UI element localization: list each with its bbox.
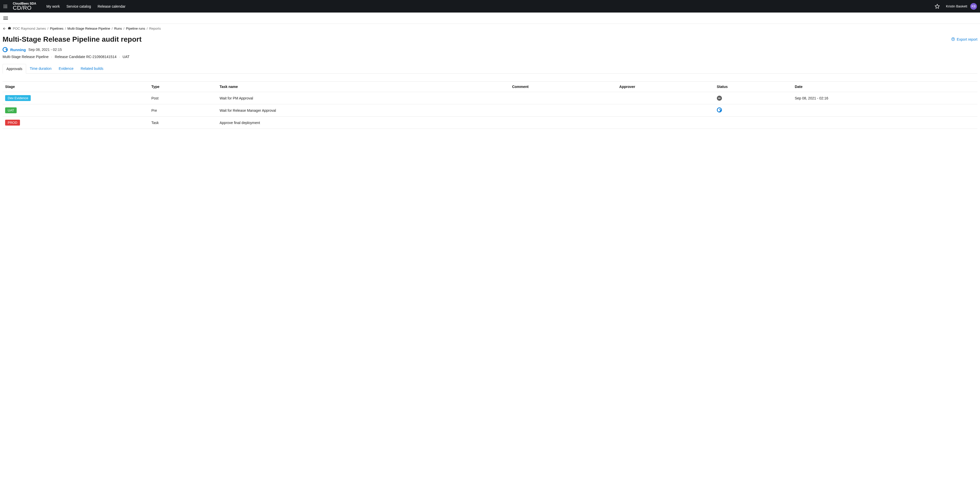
export-report-label: Export report — [957, 37, 977, 41]
tabs: Approvals Time duration Evidence Related… — [3, 64, 977, 74]
cell-task-name: Wait for PM Approval — [217, 92, 509, 104]
breadcrumb: POC Raymond James / Pipelines / Multi-St… — [0, 24, 980, 31]
col-date: Date — [792, 82, 977, 92]
user-name[interactable]: Kristin Baskett — [946, 4, 967, 8]
cell-task-name: Approve final deployment — [217, 117, 509, 129]
cell-approver — [617, 104, 714, 117]
cell-type: Task — [149, 117, 217, 129]
breadcrumb-current: Reports — [149, 27, 161, 30]
breadcrumb-pipeline-name[interactable]: Multi-Stage Release Pipeline — [67, 27, 110, 30]
export-report-button[interactable]: Export report — [951, 37, 977, 42]
avatar[interactable]: KB — [970, 3, 977, 10]
cell-approver — [617, 117, 714, 129]
cell-status — [714, 104, 792, 117]
brand-bottom: CD/RO — [13, 5, 36, 11]
col-taskname: Task name — [217, 82, 509, 92]
svg-point-2 — [6, 5, 7, 5]
cell-status — [714, 117, 792, 129]
cell-status — [714, 92, 792, 104]
stage-badge: PROD — [5, 120, 20, 125]
table-row: Dev EvidencePostWait for PM ApprovalSep … — [3, 92, 977, 104]
svg-rect-10 — [3, 17, 8, 17]
svg-point-5 — [6, 6, 7, 6]
cell-type: Pre — [149, 104, 217, 117]
col-stage: Stage — [3, 82, 149, 92]
nav-release-calendar[interactable]: Release calendar — [97, 4, 126, 8]
col-comment: Comment — [509, 82, 617, 92]
top-header: CloudBees SDA CD/RO My work Service cata… — [0, 0, 980, 13]
svg-point-1 — [5, 5, 6, 5]
breadcrumb-pipeline-runs[interactable]: Pipeline runs — [126, 27, 145, 30]
cell-date — [792, 117, 977, 129]
approvals-table: Stage Type Task name Comment Approver St… — [3, 81, 977, 129]
breadcrumb-project[interactable]: POC Raymond James — [13, 27, 46, 30]
brand[interactable]: CloudBees SDA CD/RO — [13, 2, 36, 11]
svg-point-8 — [6, 7, 7, 8]
tab-related-builds[interactable]: Related builds — [77, 64, 107, 73]
svg-point-7 — [5, 7, 6, 8]
svg-rect-12 — [3, 19, 8, 20]
stage-badge: UAT — [5, 108, 17, 113]
cell-date: Sep 08, 2021 - 02:16 — [792, 92, 977, 104]
star-icon[interactable] — [935, 4, 940, 9]
cell-type: Post — [149, 92, 217, 104]
cell-date — [792, 104, 977, 117]
col-type: Type — [149, 82, 217, 92]
nav-links: My work Service catalog Release calendar — [46, 4, 126, 8]
svg-point-0 — [3, 5, 4, 5]
hamburger-icon[interactable] — [3, 15, 9, 21]
sub-info: Multi-Stage Release Pipeline · Release C… — [3, 55, 977, 59]
page-content: Multi-Stage Release Pipeline audit repor… — [0, 31, 980, 132]
svg-marker-9 — [935, 4, 940, 8]
sub-pipeline: Multi-Stage Release Pipeline — [3, 55, 49, 59]
second-bar — [0, 13, 980, 24]
status-label: Running — [10, 48, 26, 52]
nav-my-work[interactable]: My work — [46, 4, 60, 8]
svg-point-4 — [5, 6, 6, 6]
cell-task-name: Wait for Release Manager Approval — [217, 104, 509, 117]
col-approver: Approver — [617, 82, 714, 92]
tab-approvals[interactable]: Approvals — [3, 64, 26, 74]
running-status-icon — [717, 108, 722, 113]
skip-status-icon — [717, 96, 722, 101]
status-row: Running Sep 08, 2021 - 02:15 — [3, 47, 977, 52]
col-status: Status — [714, 82, 792, 92]
table-row: UATPreWait for Release Manager Approval — [3, 104, 977, 117]
cell-comment — [509, 104, 617, 117]
tab-evidence[interactable]: Evidence — [55, 64, 77, 73]
breadcrumb-pipelines[interactable]: Pipelines — [50, 27, 64, 30]
apps-grid-icon[interactable] — [3, 4, 8, 9]
table-header-row: Stage Type Task name Comment Approver St… — [3, 82, 977, 92]
back-arrow-icon[interactable] — [3, 27, 6, 30]
running-status-icon — [3, 47, 8, 52]
sub-release: Release Candidate RC-210908141514 — [55, 55, 116, 59]
tab-time-duration[interactable]: Time duration — [26, 64, 55, 73]
svg-rect-11 — [3, 18, 8, 18]
cell-approver — [617, 92, 714, 104]
cell-comment — [509, 117, 617, 129]
cell-comment — [509, 92, 617, 104]
stage-badge: Dev Evidence — [5, 95, 31, 101]
export-arrow-icon — [951, 37, 955, 42]
svg-point-6 — [3, 7, 4, 8]
table-row: PRODTaskApprove final deployment — [3, 117, 977, 129]
svg-point-3 — [3, 6, 4, 6]
breadcrumb-runs[interactable]: Runs — [114, 27, 122, 30]
nav-service-catalog[interactable]: Service catalog — [66, 4, 91, 8]
sub-env: UAT — [123, 55, 130, 59]
briefcase-icon — [8, 26, 11, 31]
status-date: Sep 08, 2021 - 02:15 — [29, 48, 62, 52]
page-title: Multi-Stage Release Pipeline audit repor… — [3, 35, 142, 43]
